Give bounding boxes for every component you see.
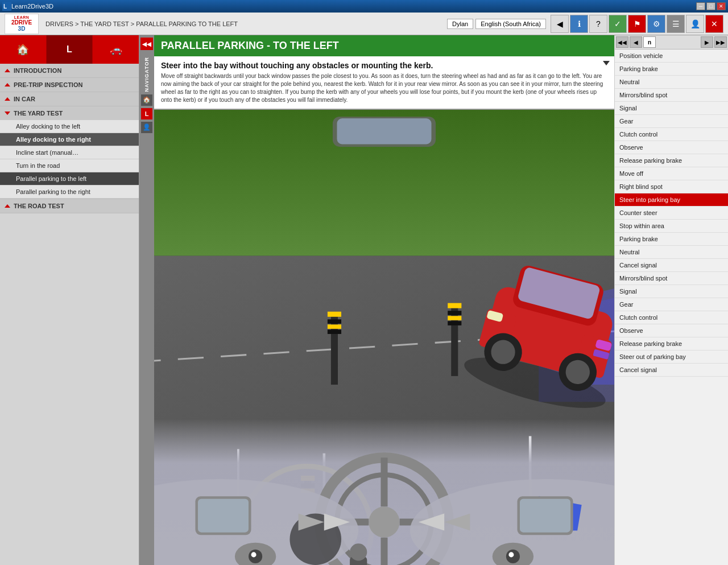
instruction-text: Move off straight backwards until your b…	[161, 72, 607, 104]
section-introduction-header[interactable]: INTRODUCTION	[0, 64, 139, 77]
rp-nav-n[interactable]: n	[643, 36, 656, 48]
rp-item-21[interactable]: Observe	[615, 324, 728, 337]
help-icon[interactable]: ?	[589, 15, 607, 33]
svg-rect-56	[198, 499, 249, 533]
back-nav-icon[interactable]: ◀	[551, 15, 569, 33]
rp-item-23[interactable]: Steer out of parking bay	[615, 350, 728, 364]
nav-L-icon[interactable]: L	[141, 108, 152, 119]
svg-point-70	[508, 552, 514, 557]
rp-nav-spacer	[657, 36, 700, 48]
app-icon: L	[2, 2, 11, 11]
svg-rect-16	[448, 311, 461, 315]
section-pretrip-arrow	[5, 83, 10, 86]
section-roadtest-header[interactable]: THE ROAD TEST	[0, 199, 139, 213]
section-introduction-arrow	[5, 69, 10, 72]
breadcrumb: DRIVERS > THE YARD TEST > PARALLEL PARKI…	[46, 20, 447, 27]
rp-nav-prev[interactable]: ◀	[630, 36, 642, 48]
rp-item-14[interactable]: Parking brake	[615, 233, 728, 246]
navigator: ◀◀ NAVIGATOR 🏠 L 👤	[139, 35, 154, 565]
minimize-button[interactable]: ─	[696, 2, 705, 10]
rp-item-15[interactable]: Neutral	[615, 246, 728, 259]
rp-item-18[interactable]: Signal	[615, 285, 728, 298]
rp-item-1[interactable]: Parking brake	[615, 63, 728, 76]
right-panel-list: Position vehicleParking brakeNeutralMirr…	[615, 50, 728, 377]
config-icon[interactable]: ☰	[667, 15, 685, 33]
rp-item-4[interactable]: Signal	[615, 102, 728, 115]
sidebar: 🏠 L 🚗 INTRODUCTION PRE-TRIP INSPECTION I…	[0, 35, 139, 565]
info-icon[interactable]: ℹ	[570, 15, 588, 33]
sidebar-icon-bar: 🏠 L 🚗	[0, 35, 139, 64]
rp-item-12[interactable]: Counter steer	[615, 207, 728, 220]
nav-back-btn[interactable]: ◀◀	[140, 38, 153, 50]
rp-item-9[interactable]: Move off	[615, 167, 728, 180]
settings-icon[interactable]: ⚙	[647, 15, 665, 33]
main-layout: 🏠 L 🚗 INTRODUCTION PRE-TRIP INSPECTION I…	[0, 35, 728, 565]
nav-person-icon[interactable]: 👤	[141, 122, 152, 133]
sidebar-item-incline[interactable]: Incline start (manual…	[0, 146, 139, 159]
3d-view	[154, 110, 614, 565]
content-area: PARALLEL PARKING - TO THE LEFT Steer int…	[154, 35, 614, 565]
sidebar-item-parallel-left[interactable]: Parallel parking to the left	[0, 172, 139, 185]
svg-point-63	[350, 543, 367, 560]
section-incar-header[interactable]: IN CAR	[0, 92, 139, 106]
rp-item-19[interactable]: Gear	[615, 298, 728, 311]
sidebar-item-alley-left[interactable]: Alley docking to the left	[0, 120, 139, 133]
svg-point-67	[251, 552, 257, 557]
section-incar-label: IN CAR	[14, 96, 35, 102]
rp-item-22[interactable]: Release parking brake	[615, 337, 728, 350]
person-icon[interactable]: 👤	[686, 15, 704, 33]
rp-item-24[interactable]: Cancel signal	[615, 364, 728, 377]
svg-rect-17	[448, 316, 461, 320]
user-button[interactable]: Dylan	[447, 19, 473, 29]
instruction-dropdown-arrow[interactable]	[603, 61, 610, 65]
svg-rect-45	[337, 118, 431, 144]
rp-item-16[interactable]: Cancel signal	[615, 259, 728, 272]
svg-rect-11	[328, 319, 341, 324]
rp-item-17[interactable]: Mirrors/blind spot	[615, 272, 728, 285]
section-incar-arrow	[5, 97, 10, 101]
instruction-heading: Steer into the bay without touching any …	[161, 61, 607, 70]
rp-item-13[interactable]: Stop within area	[615, 220, 728, 233]
menubar: LEARN 2DRIVE 3D DRIVERS > THE YARD TEST …	[0, 13, 728, 35]
toolbar-icons: ◀ ℹ ? ✓ ⚑ ⚙ ☰ 👤 ✕	[551, 15, 723, 33]
titlebar: L Learn2Drive3D ─ □ ✕	[0, 0, 728, 13]
rp-item-8[interactable]: Release parking brake	[615, 154, 728, 167]
section-pretrip-header[interactable]: PRE-TRIP INSPECTION	[0, 78, 139, 92]
svg-rect-18	[448, 321, 461, 325]
car-sidebar-icon[interactable]: 🚗	[93, 35, 139, 64]
rp-item-20[interactable]: Clutch control	[615, 311, 728, 324]
navigator-label: NAVIGATOR	[144, 57, 150, 92]
rp-item-11[interactable]: Steer into parking bay	[615, 193, 728, 207]
rp-item-6[interactable]: Clutch control	[615, 128, 728, 141]
rp-nav-last[interactable]: ▶▶	[714, 36, 727, 48]
rp-item-7[interactable]: Observe	[615, 141, 728, 154]
section-yardtest-items: Alley docking to the left Alley docking …	[0, 120, 139, 199]
home-sidebar-icon[interactable]: 🏠	[0, 35, 47, 64]
close-button[interactable]: ✕	[717, 2, 726, 10]
exit-icon[interactable]: ✕	[705, 15, 723, 33]
rp-item-2[interactable]: Neutral	[615, 76, 728, 89]
titlebar-controls: ─ □ ✕	[696, 2, 726, 10]
titlebar-text: Learn2Drive3D	[11, 3, 53, 10]
rp-item-10[interactable]: Right blind spot	[615, 180, 728, 193]
sidebar-item-turn[interactable]: Turn in the road	[0, 159, 139, 172]
language-button[interactable]: English (South Africa)	[475, 19, 546, 29]
right-panel-nav: ◀◀ ◀ n ▶ ▶▶	[615, 35, 728, 50]
svg-point-49	[369, 506, 399, 537]
rp-item-3[interactable]: Mirrors/blind spot	[615, 89, 728, 102]
svg-rect-61	[520, 499, 570, 533]
rp-item-5[interactable]: Gear	[615, 115, 728, 128]
maximize-button[interactable]: □	[706, 2, 715, 10]
sidebar-item-parallel-right[interactable]: Parallel parking to the right	[0, 185, 139, 199]
sidebar-item-alley-right[interactable]: Alley docking to the right	[0, 133, 139, 146]
rp-nav-first[interactable]: ◀◀	[616, 36, 628, 48]
check-icon[interactable]: ✓	[609, 15, 627, 33]
section-yardtest-header[interactable]: THE YARD TEST	[0, 106, 139, 120]
flag-icon[interactable]: ⚑	[628, 15, 646, 33]
rp-item-0[interactable]: Position vehicle	[615, 50, 728, 63]
L-sidebar-icon[interactable]: L	[47, 35, 93, 64]
rp-nav-next[interactable]: ▶	[701, 36, 713, 48]
nav-home-icon[interactable]: 🏠	[141, 94, 152, 106]
svg-rect-12	[328, 324, 341, 329]
section-introduction-label: INTRODUCTION	[14, 67, 61, 74]
